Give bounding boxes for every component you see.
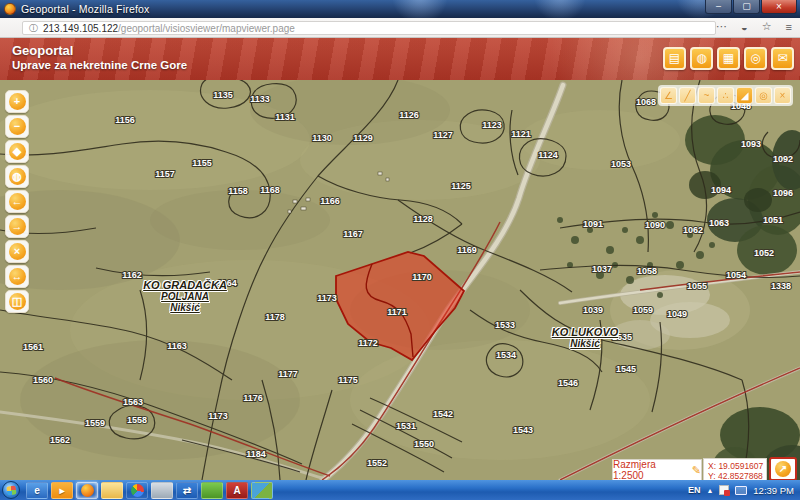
network-icon[interactable] — [735, 486, 747, 495]
taskbar-firefox-icon — [81, 484, 94, 497]
parcel-label: 1163 — [167, 341, 187, 351]
parcel-label: 1558 — [127, 415, 147, 425]
parcel-label: 1177 — [278, 369, 298, 379]
parcel-label: 1049 — [667, 309, 687, 319]
next-extent-button[interactable]: → — [5, 215, 29, 238]
parcel-label: 1055 — [687, 281, 707, 291]
scale-edit-icon[interactable]: ✎ — [692, 464, 701, 477]
parcel-label: 1121 — [511, 129, 531, 139]
parcel-label: 1533 — [495, 320, 515, 330]
taskbar-ie[interactable]: e — [26, 482, 48, 499]
taskbar-firefox[interactable] — [76, 482, 98, 499]
locate-button[interactable]: ↗ — [769, 457, 797, 480]
measure-buffer-button[interactable]: ◎ — [755, 87, 772, 104]
taskbar-gis-app[interactable] — [251, 482, 273, 499]
map-canvas[interactable]: 1156113511331131113011291126112711231121… — [0, 80, 800, 480]
coordinate-x: X: 19.0591607 — [708, 461, 766, 471]
pocket-icon[interactable]: ◒ — [741, 21, 748, 33]
measure-path-button[interactable]: ~ — [698, 87, 715, 104]
parcel-label: 1052 — [754, 248, 774, 258]
parcel-label: 1051 — [763, 215, 783, 225]
measure-angle-button[interactable]: ∠ — [660, 87, 677, 104]
parcel-label: 1091 — [583, 219, 603, 229]
parcel-label: 1063 — [709, 218, 729, 228]
zoom-window-button[interactable]: ◆ — [5, 140, 29, 163]
page-actions-icon[interactable]: ⋯ — [716, 20, 727, 33]
measure-clear-button[interactable]: × — [774, 87, 791, 104]
parcel-label: 1170 — [412, 272, 432, 282]
bookmark-star-icon[interactable]: ☆ — [762, 20, 772, 33]
parcel-label: 1129 — [353, 133, 373, 143]
ko-label-line: KO GRADAČKA — [143, 280, 227, 291]
parcel-label: 1058 — [637, 266, 657, 276]
windows-logo-icon — [6, 485, 16, 495]
info-button[interactable]: ◫ — [5, 290, 29, 313]
url-path: /geoportal/visiosviewer/mapviewer.page — [118, 23, 295, 34]
parcel-label: 1135 — [213, 90, 233, 100]
app-subtitle: Uprave za nekretnine Crne Gore — [12, 59, 187, 71]
coordinate-readout: X: 19.0591607 Y: 42.8527868 — [703, 458, 767, 480]
taskbar-teamviewer[interactable]: ⇄ — [176, 482, 198, 499]
zoom-out-icon: − — [9, 118, 26, 135]
parcel-label: 1127 — [433, 130, 453, 140]
ko-label-line: POLJANA — [143, 291, 227, 302]
taskbar: e▸⇄A EN ▲ 12:39 PM — [0, 480, 800, 500]
full-extent-button[interactable]: ◍ — [5, 165, 29, 188]
app-title: Geoportal — [12, 43, 73, 58]
parcel-label: 1039 — [583, 305, 603, 315]
action-center-flag-icon[interactable] — [719, 485, 729, 495]
zoom-out-button[interactable]: − — [5, 115, 29, 138]
contact-mail-button[interactable]: ✉ — [771, 47, 794, 70]
layers-button[interactable]: ▤ — [663, 47, 686, 70]
taskbar-gray-app[interactable] — [151, 482, 173, 499]
zoom-in-button[interactable]: + — [5, 90, 29, 113]
parcel-label: 1090 — [645, 220, 665, 230]
show-hidden-icons-button[interactable]: ▲ — [706, 487, 713, 494]
pan-icon: ↔ — [9, 268, 26, 285]
previous-extent-button[interactable]: ← — [5, 190, 29, 213]
window-title: Geoportal - Mozilla Firefox — [21, 3, 150, 15]
previous-extent-icon: ← — [9, 193, 26, 210]
desktop: Geoportal - Mozilla Firefox – ▢ × ⓘ 213.… — [0, 0, 800, 500]
taskbar-chrome[interactable] — [126, 482, 148, 499]
legend-button[interactable]: ▦ — [717, 47, 740, 70]
language-indicator[interactable]: EN — [688, 485, 701, 495]
map-image: 1156113511331131113011291126112711231121… — [0, 80, 800, 480]
maximize-button[interactable]: ▢ — [733, 0, 760, 14]
coordinate-y: Y: 42.8527868 — [708, 471, 766, 480]
parcel-label: 1561 — [23, 342, 43, 352]
parcel-label: 1062 — [683, 225, 703, 235]
measure-area-button[interactable]: ◢ — [736, 87, 753, 104]
parcel-label: 1037 — [592, 264, 612, 274]
url-bar[interactable]: ⓘ 213.149.105.122/geoportal/visiosviewer… — [22, 21, 716, 35]
browser-toolbar: ⓘ 213.149.105.122/geoportal/visiosviewer… — [0, 18, 800, 38]
start-button[interactable] — [2, 481, 20, 499]
parcel-label: 1093 — [741, 139, 761, 149]
menu-icon[interactable]: ≡ — [786, 21, 792, 33]
taskbar-media-app[interactable]: ▸ — [51, 482, 73, 499]
minimize-button[interactable]: – — [705, 0, 732, 14]
measure-vertices-button[interactable]: ∴ — [717, 87, 734, 104]
taskbar-explorer[interactable] — [101, 482, 123, 499]
taskbar-clock: 12:39 PM — [753, 485, 794, 496]
parcel-label: 1550 — [414, 439, 434, 449]
taskbar-green-app[interactable] — [201, 482, 223, 499]
zoom-in-icon: + — [9, 93, 26, 110]
window-titlebar[interactable]: Geoportal - Mozilla Firefox – ▢ × — [0, 0, 800, 18]
parcel-label: 1172 — [358, 338, 378, 348]
scale-readout: Razmjera 1:2500 ✎ — [612, 459, 702, 480]
browser-action-icons: ⋯◒☆≡ — [702, 20, 792, 33]
taskbar-chrome-icon — [131, 484, 144, 497]
taskbar-pdf-reader[interactable]: A — [226, 482, 248, 499]
parcel-label: 1157 — [155, 169, 175, 179]
close-button[interactable]: × — [761, 0, 797, 14]
parcel-label: 1130 — [312, 133, 332, 143]
parcel-label: 1169 — [457, 245, 477, 255]
basemap-globe-button[interactable]: ◍ — [690, 47, 713, 70]
clear-selection-button[interactable]: × — [5, 240, 29, 263]
measure-line-button[interactable]: ╱ — [679, 87, 696, 104]
site-info-icon[interactable]: ⓘ — [29, 22, 38, 35]
export-globe-button[interactable]: ◎ — [744, 47, 767, 70]
pan-button[interactable]: ↔ — [5, 265, 29, 288]
parcel-label: 1531 — [396, 421, 416, 431]
